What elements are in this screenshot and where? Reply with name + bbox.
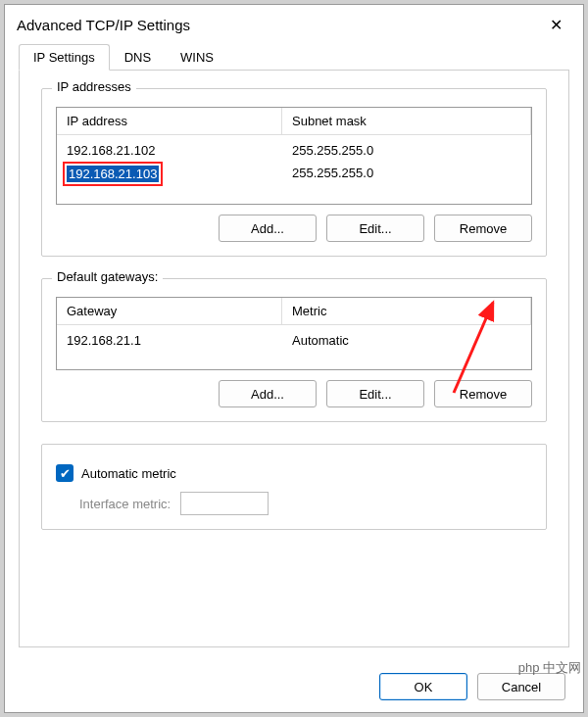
cancel-button[interactable]: Cancel — [477, 673, 565, 700]
ip-edit-button[interactable]: Edit... — [326, 215, 424, 242]
gw-metric-cell: Automatic — [282, 329, 531, 352]
mask-cell: 255.255.255.0 — [282, 162, 531, 186]
ip-table-header: IP address Subnet mask — [57, 108, 531, 135]
tab-panel-ip-settings: IP addresses IP address Subnet mask 192.… — [19, 70, 569, 647]
ip-button-row: Add... Edit... Remove — [56, 215, 532, 242]
dialog-content: IP Settings DNS WINS IP addresses IP add… — [5, 44, 583, 661]
table-row[interactable]: 192.168.21.1 Automatic — [57, 329, 531, 352]
mask-cell: 255.255.255.0 — [282, 139, 531, 162]
tab-ip-settings[interactable]: IP Settings — [19, 44, 110, 71]
gw-edit-button[interactable]: Edit... — [326, 380, 424, 407]
gw-cell: 192.168.21.1 — [57, 329, 282, 352]
gw-add-button[interactable]: Add... — [219, 380, 317, 407]
dialog-title: Advanced TCP/IP Settings — [17, 17, 536, 33]
auto-metric-row[interactable]: ✔ Automatic metric — [56, 464, 532, 482]
interface-metric-input[interactable] — [180, 492, 269, 515]
ip-add-button[interactable]: Add... — [219, 215, 317, 242]
group-legend-ip: IP addresses — [52, 79, 136, 94]
gw-remove-button[interactable]: Remove — [434, 380, 532, 407]
ip-table[interactable]: IP address Subnet mask 192.168.21.102 25… — [56, 107, 532, 205]
gw-table-header: Gateway Metric — [57, 298, 531, 325]
selected-ip: 192.168.21.103 — [67, 166, 159, 182]
col-gateway: Gateway — [57, 298, 282, 324]
table-row[interactable]: 192.168.21.103 255.255.255.0 — [57, 162, 531, 186]
group-ip-addresses: IP addresses IP address Subnet mask 192.… — [41, 88, 547, 257]
auto-metric-label: Automatic metric — [81, 466, 176, 481]
interface-metric-label: Interface metric: — [79, 497, 171, 511]
tab-wins[interactable]: WINS — [166, 44, 228, 71]
ip-cell: 192.168.21.103 — [57, 162, 282, 186]
ip-table-body: 192.168.21.102 255.255.255.0 192.168.21.… — [57, 135, 531, 204]
dialog-footer: OK Cancel — [5, 661, 583, 712]
ip-remove-button[interactable]: Remove — [434, 215, 532, 242]
tab-strip: IP Settings DNS WINS — [19, 44, 569, 71]
col-ip-address: IP address — [57, 108, 282, 134]
table-row[interactable]: 192.168.21.102 255.255.255.0 — [57, 139, 531, 162]
tab-dns[interactable]: DNS — [110, 44, 166, 71]
gw-table-body: 192.168.21.1 Automatic — [57, 325, 531, 369]
col-metric: Metric — [282, 298, 531, 324]
group-metric: ✔ Automatic metric Interface metric: — [41, 444, 547, 530]
interface-metric-row: Interface metric: — [79, 492, 532, 515]
close-icon: ✕ — [550, 16, 563, 34]
ok-button[interactable]: OK — [379, 673, 467, 700]
gw-table[interactable]: Gateway Metric 192.168.21.1 Automatic — [56, 297, 532, 370]
dialog-window: Advanced TCP/IP Settings ✕ IP Settings D… — [4, 4, 584, 713]
group-default-gateways: Default gateways: Gateway Metric 192.168… — [41, 278, 547, 422]
group-legend-gw: Default gateways: — [52, 269, 163, 284]
col-subnet-mask: Subnet mask — [282, 108, 531, 134]
gw-button-row: Add... Edit... Remove — [56, 380, 532, 407]
auto-metric-checkbox[interactable]: ✔ — [56, 464, 74, 482]
title-bar: Advanced TCP/IP Settings ✕ — [5, 5, 583, 44]
ip-cell: 192.168.21.102 — [57, 139, 282, 162]
close-button[interactable]: ✕ — [536, 10, 575, 39]
